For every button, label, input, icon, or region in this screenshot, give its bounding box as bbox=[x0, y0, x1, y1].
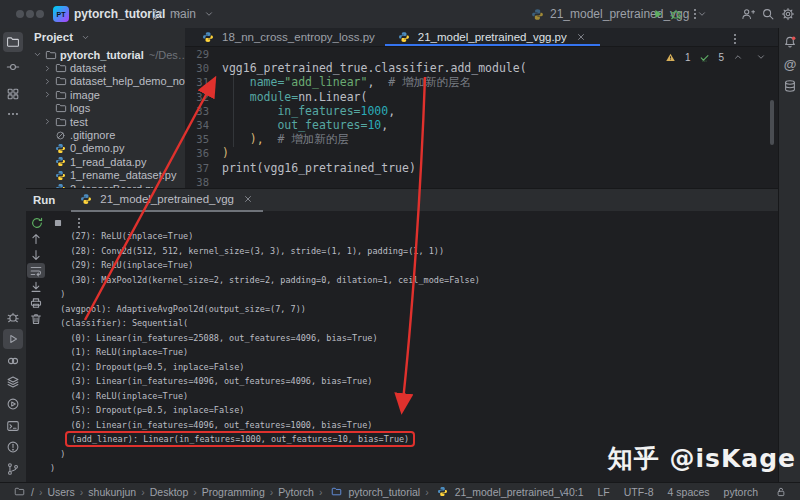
run-button[interactable] bbox=[649, 0, 667, 28]
tree-item-dataset-help-demo-notebook[interactable]: dataset_help_demo_notebook bbox=[26, 75, 185, 88]
rerun-icon[interactable] bbox=[28, 215, 46, 230]
tree-root-name: pytorch_tutorial bbox=[60, 49, 144, 61]
folder-icon bbox=[54, 75, 67, 88]
clear-icon[interactable] bbox=[27, 311, 45, 326]
project-panel-header[interactable]: Project bbox=[34, 28, 94, 46]
inspection-widget[interactable]: 1 5 bbox=[662, 48, 770, 66]
commit-tool-button[interactable] bbox=[3, 57, 23, 77]
chevron-right-icon[interactable] bbox=[42, 117, 52, 127]
code-line bbox=[222, 175, 527, 188]
line-number: 37 bbox=[185, 161, 215, 175]
chevron-down-icon[interactable] bbox=[752, 48, 770, 66]
tree-item-0-demo-py[interactable]: 0_demo.py bbox=[26, 142, 185, 155]
console-line: (0): Linear(in_features=25088, out_featu… bbox=[50, 331, 480, 346]
check-icon bbox=[695, 48, 713, 66]
breadcrumb-item[interactable]: 21_model_pretrained_vgg.py bbox=[434, 483, 563, 500]
code-line: out_features=10, bbox=[222, 118, 527, 132]
debug-button[interactable] bbox=[667, 0, 685, 28]
breadcrumb-label: Programming bbox=[202, 486, 265, 498]
indent-guide bbox=[233, 75, 234, 147]
folder-icon bbox=[54, 102, 67, 115]
terminal-tool-button[interactable] bbox=[3, 416, 23, 436]
run-tool-button[interactable] bbox=[3, 329, 23, 349]
ai-assistant-button[interactable]: @ bbox=[781, 55, 799, 73]
breadcrumb-item[interactable]: Desktop bbox=[150, 486, 189, 498]
debug-tool-button[interactable] bbox=[3, 307, 23, 327]
breadcrumb-item[interactable]: Users bbox=[47, 486, 74, 498]
tree-item-label: .gitignore bbox=[70, 129, 115, 141]
status-item[interactable]: LF bbox=[598, 486, 610, 498]
tree-item-label: 1_read_data.py bbox=[70, 156, 146, 168]
window-zoom-button[interactable] bbox=[36, 10, 44, 18]
chevron-right-icon[interactable] bbox=[42, 90, 52, 100]
services-tool-button[interactable] bbox=[3, 372, 23, 392]
soft-wrap-icon[interactable] bbox=[27, 263, 45, 278]
tab-options-icon[interactable] bbox=[726, 30, 744, 48]
breadcrumb-item[interactable]: Pytorch bbox=[278, 486, 314, 498]
breadcrumb-separator: › bbox=[141, 486, 145, 498]
window-minimize-button[interactable] bbox=[26, 10, 34, 18]
project-tool-button[interactable] bbox=[3, 32, 23, 52]
database-tool-button[interactable] bbox=[781, 77, 799, 95]
breadcrumb-item[interactable]: shukunjun bbox=[88, 486, 136, 498]
editor-tab-0[interactable]: 18_nn_cross_entropy_loss.py bbox=[189, 28, 385, 46]
editor-tab-1[interactable]: 21_model_pretrained_vgg.py bbox=[385, 28, 600, 46]
tree-item-1-rename-dataset-py[interactable]: 1_rename_dataset.py bbox=[26, 169, 185, 182]
git-tool-button[interactable] bbox=[3, 459, 23, 479]
close-icon[interactable] bbox=[239, 190, 257, 208]
scroll-end-icon[interactable] bbox=[27, 279, 45, 294]
scroll-down-icon[interactable] bbox=[27, 247, 45, 262]
line-number: 30 bbox=[185, 61, 215, 75]
more-actions-button[interactable] bbox=[686, 0, 704, 28]
code-line: name="add_linear", # 增加新的层名 bbox=[222, 75, 527, 89]
problems-tool-button[interactable] bbox=[3, 437, 23, 457]
tree-item-test[interactable]: test bbox=[26, 115, 185, 128]
lock-icon[interactable] bbox=[772, 483, 790, 500]
code-line: print(vgg16_pretrained_true) bbox=[222, 161, 527, 175]
add-user-icon bbox=[739, 5, 757, 23]
close-icon[interactable] bbox=[572, 28, 590, 46]
more-icon[interactable] bbox=[70, 215, 88, 230]
structure-tool-button[interactable] bbox=[3, 84, 23, 104]
tree-item-logs[interactable]: logs bbox=[26, 102, 185, 115]
chevron-up-icon[interactable] bbox=[729, 48, 747, 66]
settings-button[interactable] bbox=[779, 0, 797, 28]
tree-item-1-read-data-py[interactable]: 1_read_data.py bbox=[26, 155, 185, 168]
breadcrumb-item[interactable]: Programming bbox=[202, 486, 265, 498]
status-item[interactable]: 4 spaces bbox=[668, 486, 710, 498]
python-packages-tool-button[interactable] bbox=[3, 351, 23, 371]
folder-icon bbox=[54, 62, 67, 75]
python-icon bbox=[54, 142, 67, 155]
warning-count: 1 bbox=[685, 52, 691, 63]
status-item[interactable]: UTF-8 bbox=[624, 486, 654, 498]
tree-item-image[interactable]: image bbox=[26, 88, 185, 101]
profiler-tool-button[interactable] bbox=[3, 394, 23, 414]
status-item[interactable]: 40:1 bbox=[563, 486, 583, 498]
editor-scrollbar[interactable] bbox=[770, 100, 774, 145]
more-tools-button[interactable] bbox=[3, 104, 23, 124]
run-tab[interactable]: 21_model_pretrained_vgg bbox=[71, 188, 263, 212]
breadcrumb-item[interactable]: / bbox=[10, 483, 34, 500]
breadcrumb-item[interactable]: pytorch_tutorial bbox=[327, 483, 420, 500]
python-icon bbox=[54, 155, 67, 168]
code-with-me-button[interactable] bbox=[739, 0, 757, 28]
check-count: 5 bbox=[718, 52, 724, 63]
tree-root-item[interactable]: pytorch_tutorial~/Desktop/Programm bbox=[26, 48, 185, 61]
tree-root-path: ~/Desktop/Programm bbox=[149, 49, 185, 61]
notifications-button[interactable] bbox=[781, 33, 799, 51]
code-area[interactable]: vgg16_pretrained_true.classifier.add_mod… bbox=[222, 47, 527, 188]
tree-item--gitignore[interactable]: .gitignore bbox=[26, 128, 185, 141]
scroll-up-icon[interactable] bbox=[27, 231, 45, 246]
stop-icon[interactable] bbox=[49, 215, 67, 230]
tree-item-dataset[interactable]: dataset bbox=[26, 61, 185, 74]
window-close-button[interactable] bbox=[16, 10, 24, 18]
vcs-widget[interactable]: main bbox=[148, 0, 218, 28]
chevron-right-icon[interactable] bbox=[42, 76, 52, 86]
status-item[interactable]: pytorch bbox=[724, 486, 758, 498]
search-everywhere-button[interactable] bbox=[759, 0, 777, 28]
pycharm-window: PT pytorch_tutorial main 21_model_pretra… bbox=[0, 0, 800, 500]
breadcrumb-separator: › bbox=[80, 486, 84, 498]
chevron-right-icon[interactable] bbox=[42, 63, 52, 73]
print-icon[interactable] bbox=[27, 295, 45, 310]
run-icon bbox=[649, 5, 667, 23]
